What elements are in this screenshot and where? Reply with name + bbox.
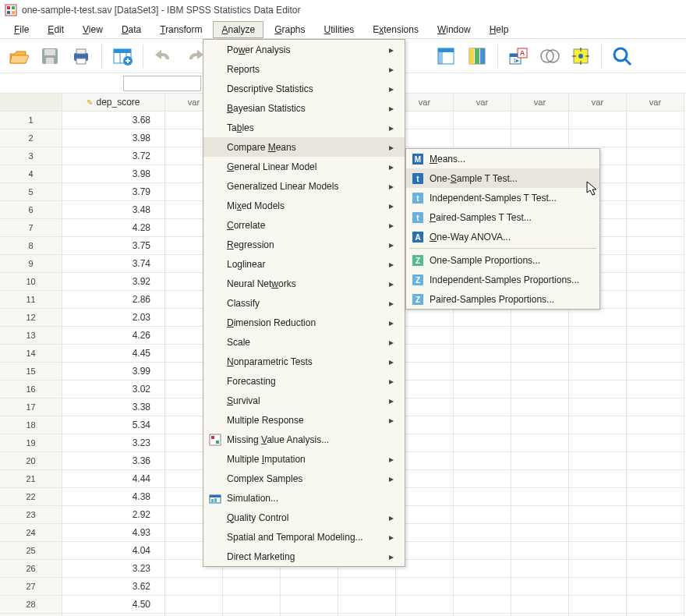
row-header[interactable]: 20: [0, 452, 62, 470]
empty-cell[interactable]: [627, 255, 684, 273]
empty-cell[interactable]: [569, 452, 627, 470]
analyze-item-tables[interactable]: Tables▸: [203, 118, 405, 137]
empty-cell[interactable]: [396, 578, 454, 596]
empty-cell[interactable]: [569, 345, 627, 363]
empty-cell[interactable]: [627, 219, 684, 237]
empty-cell[interactable]: [511, 524, 569, 542]
empty-cell[interactable]: [627, 542, 684, 560]
empty-cell[interactable]: [627, 345, 684, 363]
data-view-icon[interactable]: [110, 44, 135, 69]
empty-cell[interactable]: [627, 112, 684, 129]
menu-file[interactable]: File: [6, 22, 37, 37]
data-cell[interactable]: 2.92: [62, 506, 165, 524]
search-icon[interactable]: [610, 44, 635, 69]
row-header[interactable]: 2: [0, 129, 62, 147]
empty-cell[interactable]: [627, 434, 684, 452]
data-cell[interactable]: 3.68: [62, 112, 165, 129]
menu-data[interactable]: Data: [114, 22, 149, 37]
column-header-empty[interactable]: var: [511, 94, 569, 112]
empty-cell[interactable]: [165, 578, 223, 596]
analyze-item-spatial-and-temporal-modeling-[interactable]: Spatial and Temporal Modeling...▸: [203, 527, 405, 547]
empty-cell[interactable]: [511, 578, 569, 596]
empty-cell[interactable]: [511, 452, 569, 470]
empty-cell[interactable]: [569, 578, 627, 596]
grid2-icon[interactable]: [465, 44, 490, 69]
empty-cell[interactable]: [569, 524, 627, 542]
print-icon[interactable]: [69, 44, 94, 69]
analyze-item-general-linear-model[interactable]: General Linear Model▸: [203, 157, 405, 176]
empty-cell[interactable]: [569, 506, 627, 524]
compare-item-one-sample-proportions-[interactable]: ZOne-Sample Proportions...: [406, 250, 599, 270]
row-header[interactable]: 11: [0, 291, 62, 309]
data-cell[interactable]: 3.72: [62, 147, 165, 165]
menu-edit[interactable]: Edit: [40, 22, 72, 37]
analyze-item-multiple-imputation[interactable]: Multiple Imputation▸: [203, 449, 405, 469]
data-cell[interactable]: 4.93: [62, 524, 165, 542]
empty-cell[interactable]: [569, 398, 627, 416]
analyze-item-mixed-models[interactable]: Mixed Models▸: [203, 196, 405, 215]
empty-cell[interactable]: [454, 363, 511, 381]
empty-cell[interactable]: [281, 596, 338, 614]
empty-cell[interactable]: [454, 542, 511, 560]
row-header[interactable]: 19: [0, 434, 62, 452]
empty-cell[interactable]: [627, 327, 684, 345]
empty-cell[interactable]: [627, 201, 684, 219]
empty-cell[interactable]: [511, 488, 569, 506]
empty-cell[interactable]: [627, 363, 684, 381]
empty-cell[interactable]: [223, 596, 281, 614]
save-icon[interactable]: [37, 44, 62, 69]
analyze-item-survival[interactable]: Survival▸: [203, 391, 405, 410]
compare-item-paired-samples-proportions-[interactable]: ZPaired-Samples Proportions...: [406, 289, 599, 309]
analyze-item-forecasting[interactable]: Forecasting▸: [203, 371, 405, 391]
data-cell[interactable]: 4.28: [62, 219, 165, 237]
analyze-item-multiple-response[interactable]: Multiple Response▸: [203, 410, 405, 430]
data-cell[interactable]: 3.99: [62, 363, 165, 381]
data-cell[interactable]: 3.98: [62, 129, 165, 147]
data-cell[interactable]: 4.38: [62, 488, 165, 506]
compare-item-independent-samples-proportions-[interactable]: ZIndependent-Samples Proportions...: [406, 270, 599, 289]
empty-cell[interactable]: [569, 309, 627, 327]
empty-cell[interactable]: [627, 596, 684, 614]
data-cell[interactable]: 3.48: [62, 201, 165, 219]
analyze-item-compare-means[interactable]: Compare Means▸: [203, 137, 405, 157]
menu-transform[interactable]: Transform: [152, 22, 210, 37]
data-cell[interactable]: 3.79: [62, 183, 165, 201]
data-cell[interactable]: 3.74: [62, 255, 165, 273]
data-cell[interactable]: 5.34: [62, 416, 165, 434]
analyze-item-complex-samples[interactable]: Complex Samples▸: [203, 469, 405, 488]
empty-cell[interactable]: [569, 327, 627, 345]
empty-cell[interactable]: [569, 381, 627, 398]
empty-cell[interactable]: [627, 129, 684, 147]
empty-cell[interactable]: [627, 488, 684, 506]
row-header[interactable]: 10: [0, 273, 62, 291]
empty-cell[interactable]: [627, 560, 684, 578]
row-header[interactable]: 25: [0, 542, 62, 560]
variables-icon[interactable]: A1▸: [506, 44, 531, 69]
empty-cell[interactable]: [511, 327, 569, 345]
column-header-empty[interactable]: var: [569, 94, 627, 112]
analyze-item-missing-value-analysis-[interactable]: Missing Value Analysis...: [203, 430, 405, 449]
empty-cell[interactable]: [627, 452, 684, 470]
empty-cell[interactable]: [454, 327, 511, 345]
empty-cell[interactable]: [627, 398, 684, 416]
empty-cell[interactable]: [627, 147, 684, 165]
cell-editor[interactable]: [123, 76, 201, 91]
empty-cell[interactable]: [569, 470, 627, 488]
data-cell[interactable]: 3.92: [62, 273, 165, 291]
data-cell[interactable]: 4.26: [62, 327, 165, 345]
menu-window[interactable]: Window: [430, 22, 479, 37]
row-header[interactable]: 16: [0, 381, 62, 398]
analyze-item-loglinear[interactable]: Loglinear▸: [203, 254, 405, 274]
row-header[interactable]: 28: [0, 596, 62, 614]
empty-cell[interactable]: [627, 165, 684, 183]
analyze-item-simulation-[interactable]: Simulation...: [203, 488, 405, 508]
analyze-item-reports[interactable]: Reports▸: [203, 59, 405, 79]
compare-item-independent-samples-t-test-[interactable]: tIndependent-Samples T Test...: [406, 188, 599, 207]
analyze-item-regression[interactable]: Regression▸: [203, 235, 405, 254]
empty-cell[interactable]: [627, 524, 684, 542]
menu-analyze[interactable]: Analyze: [213, 21, 263, 38]
grid1-icon[interactable]: [433, 44, 458, 69]
empty-cell[interactable]: [627, 183, 684, 201]
analyze-item-classify[interactable]: Classify▸: [203, 293, 405, 313]
empty-cell[interactable]: [454, 524, 511, 542]
